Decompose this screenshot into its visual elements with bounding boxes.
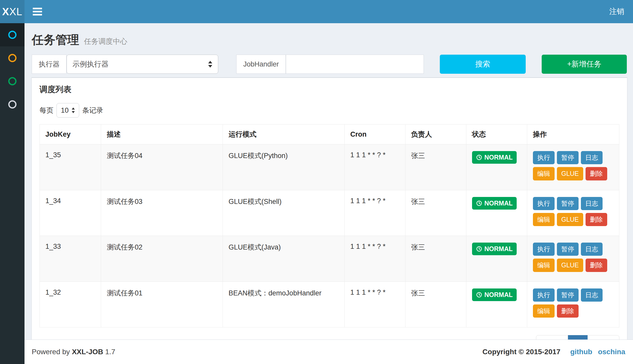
circle-o-icon	[8, 31, 17, 39]
github-link[interactable]: github	[570, 348, 593, 356]
page-size-select[interactable]: 10	[56, 103, 79, 118]
top-navbar: XXL 注销	[0, 0, 633, 23]
status-text: NORMAL	[484, 200, 513, 207]
cell-status: NORMAL	[466, 282, 527, 327]
status-badge: NORMAL	[472, 197, 517, 210]
powered-prefix: Powered by	[32, 348, 70, 356]
select-arrows-icon	[208, 61, 212, 68]
sidebar-item-4[interactable]	[0, 93, 25, 116]
cell-mode: GLUE模式(Python)	[223, 144, 345, 190]
status-text: NORMAL	[484, 154, 513, 161]
run-button[interactable]: 执行	[533, 197, 555, 210]
add-job-button[interactable]: +新增任务	[542, 55, 627, 74]
cell-jobkey: 1_33	[40, 236, 101, 282]
cell-owner: 张三	[405, 144, 466, 190]
filter-bar: 执行器 示例执行器 JobHandler 搜索 +新增任务	[32, 55, 627, 74]
cell-jobkey: 1_35	[40, 144, 101, 190]
table-header-row: JobKey描述运行模式Cron负责人状态操作	[40, 125, 619, 144]
status-badge: NORMAL	[472, 288, 517, 301]
cell-jobkey: 1_32	[40, 282, 101, 327]
clock-icon	[476, 292, 482, 298]
log-button[interactable]: 日志	[581, 197, 603, 210]
clock-icon	[476, 200, 482, 206]
run-button[interactable]: 执行	[533, 243, 555, 256]
column-header-3: Cron	[344, 125, 405, 144]
page-size-row: 每页 10 条记录	[39, 103, 619, 118]
circle-o-icon	[8, 100, 17, 109]
clock-icon	[476, 154, 482, 160]
run-button[interactable]: 执行	[533, 151, 555, 164]
log-button[interactable]: 日志	[581, 151, 603, 164]
search-button[interactable]: 搜索	[440, 55, 526, 74]
sidebar-item-3[interactable]	[0, 70, 25, 93]
app-window: XXL 注销 任务管理 任务调度中心 执行器 示例执行器 JobHandler …	[0, 0, 633, 364]
glue-button[interactable]: GLUE	[557, 259, 583, 272]
cell-status: NORMAL	[466, 236, 527, 282]
status-badge: NORMAL	[472, 243, 517, 255]
cell-jobkey: 1_34	[40, 190, 101, 236]
pause-button[interactable]: 暂停	[557, 243, 579, 256]
cell-status: NORMAL	[466, 144, 527, 190]
app-logo[interactable]: XXL	[0, 0, 25, 23]
log-button[interactable]: 日志	[581, 288, 603, 302]
sidebar-toggle-button[interactable]	[28, 0, 47, 23]
executor-selected-value: 示例执行器	[72, 59, 109, 69]
cell-cron: 1 1 1 * * ? *	[344, 236, 405, 282]
cell-owner: 张三	[405, 190, 466, 236]
column-header-0: JobKey	[40, 125, 101, 144]
brand-name: XXL-JOB	[72, 348, 103, 356]
cell-actions: 执行暂停日志编辑GLUE删除	[527, 190, 619, 236]
cell-actions: 执行暂停日志编辑GLUE删除	[527, 144, 619, 190]
log-button[interactable]: 日志	[581, 243, 603, 256]
main-content: 任务管理 任务调度中心 执行器 示例执行器 JobHandler 搜索 +新增任…	[25, 23, 633, 364]
logout-link[interactable]: 注销	[600, 0, 633, 23]
delete-button[interactable]: 删除	[586, 213, 607, 226]
executor-select[interactable]: 示例执行器	[67, 55, 218, 74]
powered-by-text: Powered by XXL-JOB 1.7	[32, 348, 115, 356]
pause-button[interactable]: 暂停	[557, 197, 579, 210]
navbar-spacer	[47, 0, 600, 23]
run-button[interactable]: 执行	[533, 288, 555, 302]
page-subtitle: 任务调度中心	[84, 37, 127, 45]
cell-mode: GLUE模式(Java)	[223, 236, 345, 282]
cell-description: 测试任务02	[101, 236, 223, 282]
pause-button[interactable]: 暂停	[557, 151, 579, 164]
jobhandler-label: JobHandler	[236, 55, 286, 74]
cell-actions: 执行暂停日志编辑删除	[527, 282, 619, 327]
footer-links: Copyright © 2015-2017 github oschina	[482, 348, 625, 356]
page-size-value: 10	[61, 106, 69, 114]
edit-button[interactable]: 编辑	[533, 304, 555, 318]
sidebar-item-2[interactable]	[0, 46, 25, 70]
column-header-5: 状态	[466, 125, 527, 144]
cell-actions: 执行暂停日志编辑GLUE删除	[527, 236, 619, 282]
delete-button[interactable]: 删除	[586, 259, 607, 272]
column-header-2: 运行模式	[223, 125, 345, 144]
cell-owner: 张三	[405, 282, 466, 327]
oschina-link[interactable]: oschina	[598, 348, 625, 356]
page-size-suffix: 条记录	[82, 106, 103, 115]
cell-mode: GLUE模式(Shell)	[223, 190, 345, 236]
glue-button[interactable]: GLUE	[557, 167, 583, 180]
page-title: 任务管理	[32, 33, 79, 46]
glue-button[interactable]: GLUE	[557, 213, 583, 226]
page-footer: Powered by XXL-JOB 1.7 Copyright © 2015-…	[25, 340, 633, 364]
pause-button[interactable]: 暂停	[557, 288, 579, 302]
column-header-6: 操作	[527, 125, 619, 144]
edit-button[interactable]: 编辑	[533, 213, 555, 226]
jobhandler-input[interactable]	[286, 55, 424, 74]
jobs-table: JobKey描述运行模式Cron负责人状态操作 1_35 测试任务04 GLUE…	[39, 124, 619, 327]
delete-button[interactable]: 删除	[557, 304, 579, 318]
edit-button[interactable]: 编辑	[533, 167, 555, 180]
sidebar-menu	[0, 23, 25, 364]
cell-status: NORMAL	[466, 190, 527, 236]
column-header-1: 描述	[101, 125, 223, 144]
delete-button[interactable]: 删除	[586, 167, 607, 180]
logo-text-light: XL	[9, 6, 22, 18]
status-text: NORMAL	[484, 245, 513, 253]
edit-button[interactable]: 编辑	[533, 259, 555, 272]
sidebar-item-job-manage[interactable]	[0, 23, 25, 46]
select-arrows-icon	[72, 107, 75, 113]
table-row: 1_34 测试任务03 GLUE模式(Shell) 1 1 1 * * ? * …	[40, 190, 619, 236]
filter-gap	[218, 55, 236, 74]
circle-o-icon	[8, 54, 17, 62]
